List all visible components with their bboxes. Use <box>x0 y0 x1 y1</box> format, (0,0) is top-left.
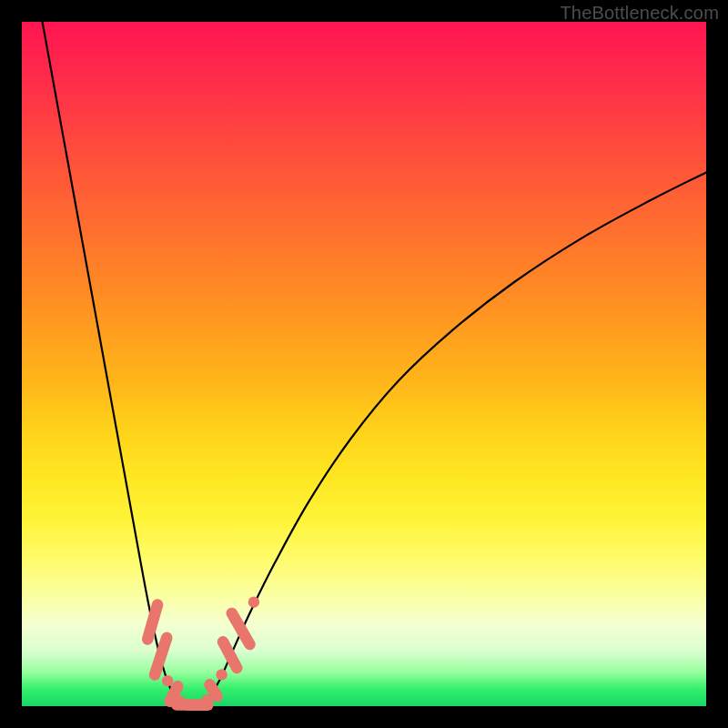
outer-frame: TheBottleneck.com <box>0 0 728 728</box>
curve-right-branch <box>202 172 706 704</box>
chart-svg <box>22 22 706 706</box>
bead-marker <box>248 596 259 607</box>
bead-markers <box>140 596 259 711</box>
curve-left-branch <box>43 22 185 704</box>
watermark-text: TheBottleneck.com <box>560 3 719 24</box>
bead-marker <box>216 669 227 680</box>
bead-marker <box>162 675 173 686</box>
plot-area <box>22 22 706 706</box>
bead-marker <box>216 634 245 676</box>
curve-group <box>43 22 706 706</box>
